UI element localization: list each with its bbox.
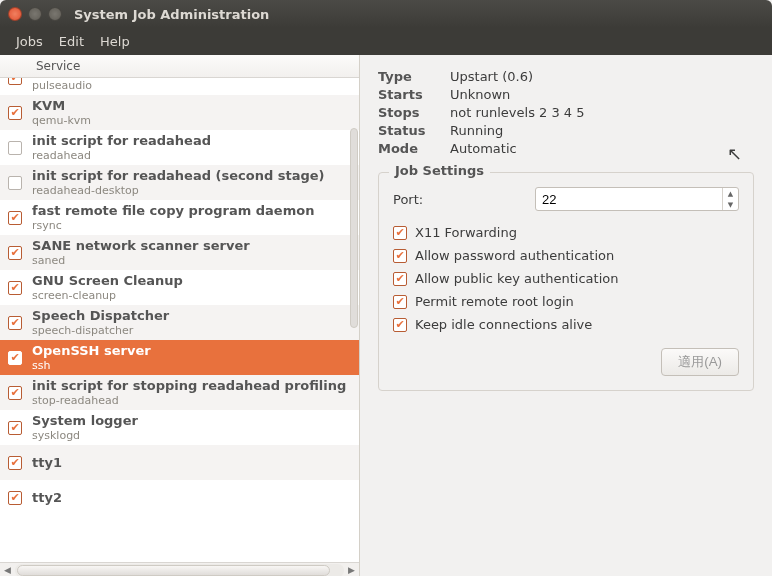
titlebar: System Job Administration: [0, 0, 772, 28]
list-item[interactable]: PulseAudiopulseaudio: [0, 78, 359, 95]
list-item[interactable]: GNU Screen Cleanupscreen-cleanup: [0, 270, 359, 305]
service-title: OpenSSH server: [32, 343, 355, 359]
checkbox-password-auth[interactable]: [393, 249, 407, 263]
list-item-label-col: init script for readaheadreadahead: [30, 130, 359, 165]
setting-keep-alive[interactable]: Keep idle connections alive: [393, 317, 739, 332]
service-checkbox[interactable]: [8, 281, 22, 295]
info-status-label: Status: [378, 123, 438, 138]
list-item-label-col: OpenSSH serverssh: [30, 340, 359, 375]
list-item[interactable]: System loggersysklogd: [0, 410, 359, 445]
service-subtitle: sysklogd: [32, 429, 355, 442]
list-item-checkbox-col: [0, 281, 30, 295]
list-item[interactable]: Speech Dispatcherspeech-dispatcher: [0, 305, 359, 340]
content: Service PulseAudiopulseaudioKVMqemu-kvmi…: [0, 55, 772, 576]
list-item-checkbox-col: [0, 176, 30, 190]
service-subtitle: qemu-kvm: [32, 114, 355, 127]
info-stops-value: not runlevels 2 3 4 5: [450, 105, 754, 120]
list-item[interactable]: init script for readahead (second stage)…: [0, 165, 359, 200]
list-header: Service: [0, 55, 359, 78]
list-item-checkbox-col: [0, 456, 30, 470]
setting-root-login[interactable]: Permit remote root login: [393, 294, 739, 309]
checkbox-keep-alive[interactable]: [393, 318, 407, 332]
list-item-checkbox-col: [0, 106, 30, 120]
port-input[interactable]: [536, 188, 722, 210]
service-subtitle: ssh: [32, 359, 355, 372]
header-service-col[interactable]: Service: [30, 55, 359, 77]
service-checkbox[interactable]: [8, 141, 22, 155]
list-item[interactable]: fast remote file copy program daemonrsyn…: [0, 200, 359, 235]
menu-help[interactable]: Help: [94, 32, 136, 51]
list-item-label-col: tty1: [30, 452, 359, 474]
service-subtitle: rsync: [32, 219, 355, 232]
service-checkbox[interactable]: [8, 456, 22, 470]
service-checkbox[interactable]: [8, 78, 22, 85]
minimize-icon[interactable]: [28, 7, 42, 21]
port-spinner[interactable]: ▲ ▼: [535, 187, 739, 211]
service-checkbox[interactable]: [8, 491, 22, 505]
service-subtitle: readahead: [32, 149, 355, 162]
service-checkbox[interactable]: [8, 386, 22, 400]
menu-jobs[interactable]: Jobs: [10, 32, 49, 51]
list-item-checkbox-col: [0, 386, 30, 400]
list-item[interactable]: SANE network scanner serversaned: [0, 235, 359, 270]
list-item-label-col: init script for stopping readahead profi…: [30, 375, 359, 410]
service-checkbox[interactable]: [8, 351, 22, 365]
menu-edit[interactable]: Edit: [53, 32, 90, 51]
checkbox-pubkey-auth[interactable]: [393, 272, 407, 286]
service-title: tty2: [32, 490, 355, 506]
setting-password-auth[interactable]: Allow password authentication: [393, 248, 739, 263]
horizontal-scrollbar[interactable]: ◀ ▶: [0, 562, 359, 576]
scroll-right-icon[interactable]: ▶: [344, 563, 359, 577]
maximize-icon[interactable]: [48, 7, 62, 21]
checkbox-x11[interactable]: [393, 226, 407, 240]
info-starts-value: Unknown: [450, 87, 754, 102]
list-item-checkbox-col: [0, 211, 30, 225]
service-subtitle: saned: [32, 254, 355, 267]
service-subtitle: pulseaudio: [32, 79, 355, 92]
list-item[interactable]: KVMqemu-kvm: [0, 95, 359, 130]
service-list: PulseAudiopulseaudioKVMqemu-kvminit scri…: [0, 78, 359, 562]
vertical-scrollbar[interactable]: [349, 78, 359, 562]
list-item-label-col: fast remote file copy program daemonrsyn…: [30, 200, 359, 235]
setting-x11[interactable]: X11 Forwarding: [393, 225, 739, 240]
info-type-value: Upstart (0.6): [450, 69, 754, 84]
service-checkbox[interactable]: [8, 211, 22, 225]
service-checkbox[interactable]: [8, 246, 22, 260]
list-item-label-col: PulseAudiopulseaudio: [30, 78, 359, 95]
info-mode-label: Mode: [378, 141, 438, 156]
apply-button[interactable]: 適用(A): [661, 348, 739, 376]
list-item-label-col: tty2: [30, 487, 359, 509]
horizontal-scrollbar-track[interactable]: [15, 564, 344, 577]
list-item[interactable]: init script for readaheadreadahead: [0, 130, 359, 165]
job-settings-group: Job Settings Port: ▲ ▼ X11 Forwarding Al…: [378, 172, 754, 391]
list-item-label-col: GNU Screen Cleanupscreen-cleanup: [30, 270, 359, 305]
service-title: KVM: [32, 98, 355, 114]
service-subtitle: speech-dispatcher: [32, 324, 355, 337]
close-icon[interactable]: [8, 7, 22, 21]
list-item[interactable]: OpenSSH serverssh: [0, 340, 359, 375]
spin-down-icon[interactable]: ▼: [723, 199, 738, 210]
list-item-checkbox-col: [0, 78, 30, 85]
vertical-scrollbar-thumb[interactable]: [350, 128, 358, 328]
checkbox-root-login[interactable]: [393, 295, 407, 309]
service-checkbox[interactable]: [8, 106, 22, 120]
service-title: SANE network scanner server: [32, 238, 355, 254]
service-checkbox[interactable]: [8, 176, 22, 190]
list-item[interactable]: tty1: [0, 445, 359, 480]
service-checkbox[interactable]: [8, 421, 22, 435]
list-item[interactable]: init script for stopping readahead profi…: [0, 375, 359, 410]
service-checkbox[interactable]: [8, 316, 22, 330]
info-stops-label: Stops: [378, 105, 438, 120]
label-keep-alive: Keep idle connections alive: [415, 317, 592, 332]
list-item-checkbox-col: [0, 141, 30, 155]
service-title: init script for readahead: [32, 133, 355, 149]
list-item-checkbox-col: [0, 351, 30, 365]
horizontal-scrollbar-thumb[interactable]: [17, 565, 330, 576]
spin-up-icon[interactable]: ▲: [723, 188, 738, 199]
setting-pubkey-auth[interactable]: Allow public key authentication: [393, 271, 739, 286]
service-title: Speech Dispatcher: [32, 308, 355, 324]
job-settings-legend: Job Settings: [389, 163, 490, 178]
service-title: tty1: [32, 455, 355, 471]
scroll-left-icon[interactable]: ◀: [0, 563, 15, 577]
list-item[interactable]: tty2: [0, 480, 359, 515]
